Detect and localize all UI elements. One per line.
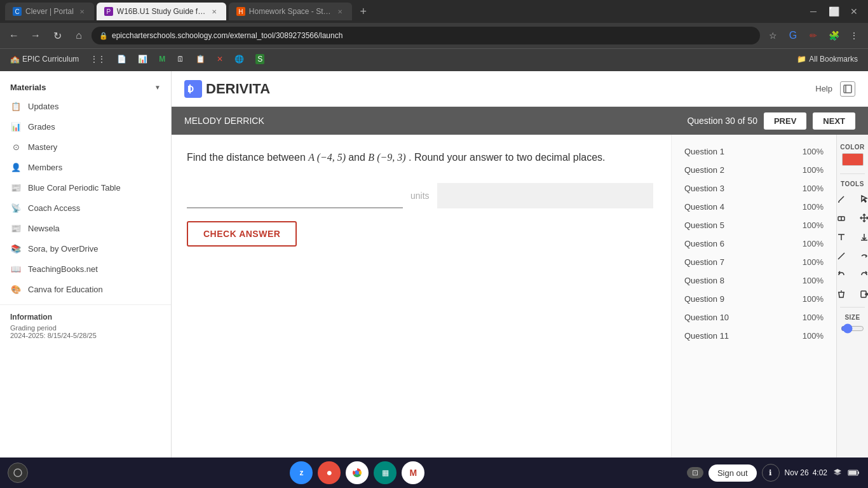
info-icon: ℹ [769, 468, 772, 477]
question-list-item-2[interactable]: Question 2 100% [672, 161, 836, 179]
question-list-label-6: Question 6 [684, 239, 803, 248]
bookmark-x[interactable]: ✕ [212, 51, 228, 67]
sign-out-button[interactable]: Sign out [709, 464, 757, 482]
address-bar[interactable]: 🔒 epiccharterschools.schoology.com/exter… [92, 27, 760, 44]
question-list-item-5[interactable]: Question 5 100% [672, 216, 836, 234]
system-tray: ⊡ [687, 467, 703, 478]
sidebar-header-materials[interactable]: Materials ▼ [0, 79, 171, 96]
question-list-label-2: Question 2 [684, 165, 803, 175]
question-list-item-7[interactable]: Question 7 100% [672, 253, 836, 271]
reload-button[interactable]: ↻ [48, 27, 66, 44]
question-point-b: B (−9, 3) [368, 152, 405, 163]
sidebar-item-canva[interactable]: 🎨 Canva for Education [0, 279, 171, 299]
sidebar-item-members[interactable]: 👤 Members [0, 157, 171, 177]
tab-close-clever[interactable]: ✕ [78, 7, 86, 16]
question-list-item-4[interactable]: Question 4 100% [672, 198, 836, 216]
all-bookmarks-button[interactable]: 📁 All Bookmarks [792, 51, 863, 67]
tab-homework[interactable]: H Homework Space - StudyX ✕ [229, 3, 352, 20]
updates-icon: 📋 [10, 100, 22, 112]
tab-clever[interactable]: C Clever | Portal ✕ [5, 3, 94, 20]
sidebar-item-teaching-books[interactable]: 📖 TeachingBooks.net [0, 259, 171, 279]
bookmark-sheets[interactable]: 📊 [133, 51, 153, 67]
question-list-label-4: Question 4 [684, 202, 803, 212]
bookmark-epic-curriculum[interactable]: 🏫 EPIC Curriculum [5, 51, 84, 67]
question-list-item-10[interactable]: Question 10 100% [672, 308, 836, 327]
bookmark-globe[interactable]: 🌐 [229, 51, 249, 67]
taskbar-app-zoom[interactable]: z [290, 461, 313, 484]
bookmark-icon-grid: ⋮⋮ [90, 55, 105, 64]
sidebar-item-newsela-label: Newsela [28, 224, 161, 233]
date-text: Nov 26 [785, 468, 809, 477]
menu-button[interactable]: ⋮ [845, 27, 863, 44]
bookmark-calendar[interactable]: 🗓 [172, 51, 189, 67]
sidebar-item-grades[interactable]: 📊 Grades [0, 116, 171, 137]
taskbar-app-chrome[interactable] [346, 461, 369, 484]
color-swatch[interactable] [842, 153, 864, 166]
help-button[interactable]: Help [815, 84, 832, 93]
question-list-item-1[interactable]: Question 1 100% [672, 142, 836, 161]
question-list-score-6: 100% [803, 239, 824, 248]
bookmark-keep[interactable]: 📋 [191, 51, 210, 67]
question-list-item-8[interactable]: Question 8 100% [672, 271, 836, 290]
tab-studyguide[interactable]: P W16B.U1 Study Guide for Midt... ✕ [97, 3, 226, 20]
bookmark-gmail[interactable]: M [154, 51, 170, 67]
select-tool-button[interactable] [853, 190, 869, 208]
taskbar-app-2[interactable]: ● [318, 461, 341, 484]
taskbar-app-meet[interactable]: ▦ [374, 461, 397, 484]
question-conjunction: and [348, 152, 365, 163]
sidebar-item-updates[interactable]: 📋 Updates [0, 96, 171, 116]
back-button[interactable]: ← [5, 27, 23, 44]
next-button[interactable]: NEXT [813, 112, 855, 130]
question-list-label-1: Question 1 [684, 147, 803, 156]
exit-tool-button[interactable] [853, 285, 869, 303]
question-list-score-2: 100% [803, 165, 824, 175]
move-tool-button[interactable] [853, 209, 869, 227]
question-list-item-6[interactable]: Question 6 100% [672, 234, 836, 253]
answer-display-box [437, 183, 653, 208]
tab-close-studyguide[interactable]: ✕ [210, 7, 219, 16]
home-button[interactable]: ⌂ [70, 27, 88, 44]
text-tool-button[interactable] [831, 228, 852, 246]
undo-tool-button[interactable] [831, 266, 852, 284]
check-answer-button[interactable]: CHECK ANSWER [187, 221, 297, 247]
info-button[interactable]: ℹ [762, 464, 780, 482]
sidebar-item-mastery[interactable]: ⊙ Mastery [0, 137, 171, 157]
forward-tool-button[interactable] [853, 247, 869, 265]
download-tool-button[interactable] [853, 228, 869, 246]
sidebar-item-newsela[interactable]: 📰 Newsela [0, 218, 171, 238]
forward-button[interactable]: → [27, 27, 44, 44]
expand-button[interactable] [840, 81, 855, 97]
extensions-button[interactable]: 🧩 [825, 27, 843, 44]
information-label: Information [10, 313, 161, 322]
sidebar-item-coach-access[interactable]: 📡 Coach Access [0, 198, 171, 218]
tab-favicon-clever: C [13, 7, 22, 16]
question-list-item-3[interactable]: Question 3 100% [672, 179, 836, 198]
pen-tool-button[interactable] [831, 190, 852, 208]
line-tool-button[interactable] [831, 247, 852, 265]
sidebar-item-sora[interactable]: 📚 Sora, by OverDrive [0, 238, 171, 259]
extension-button[interactable]: ✏ [804, 27, 822, 44]
tab-close-homework[interactable]: ✕ [336, 7, 344, 16]
bookmark-star-button[interactable]: ☆ [764, 27, 782, 44]
bookmark-s[interactable]: S [250, 51, 269, 67]
taskbar-app-gmail[interactable]: M [402, 461, 424, 484]
sidebar-item-blue-coral-label: Blue Coral Periodic Table [28, 183, 161, 193]
size-slider[interactable] [841, 323, 864, 334]
minimize-button[interactable]: ─ [804, 3, 822, 20]
question-list-item-9[interactable]: Question 9 100% [672, 290, 836, 308]
maximize-button[interactable]: ⬜ [825, 3, 843, 20]
bookmark-grid[interactable]: ⋮⋮ [85, 51, 111, 67]
delete-tool-button[interactable] [831, 285, 852, 303]
eraser-tool-button[interactable] [831, 209, 852, 227]
new-tab-button[interactable]: + [355, 3, 372, 20]
question-list-item-11[interactable]: Question 11 100% [672, 327, 836, 345]
derivita-logo-icon: D [184, 80, 202, 98]
taskbar-circle-button[interactable] [8, 463, 28, 483]
google-account-button[interactable]: G [784, 27, 802, 44]
answer-input[interactable] [187, 183, 403, 208]
bookmark-doc[interactable]: 📄 [112, 51, 132, 67]
redo-tool-button[interactable] [853, 266, 869, 284]
close-button[interactable]: ✕ [845, 3, 863, 20]
prev-button[interactable]: PREV [764, 112, 806, 130]
sidebar-item-blue-coral[interactable]: 📰 Blue Coral Periodic Table [0, 177, 171, 198]
